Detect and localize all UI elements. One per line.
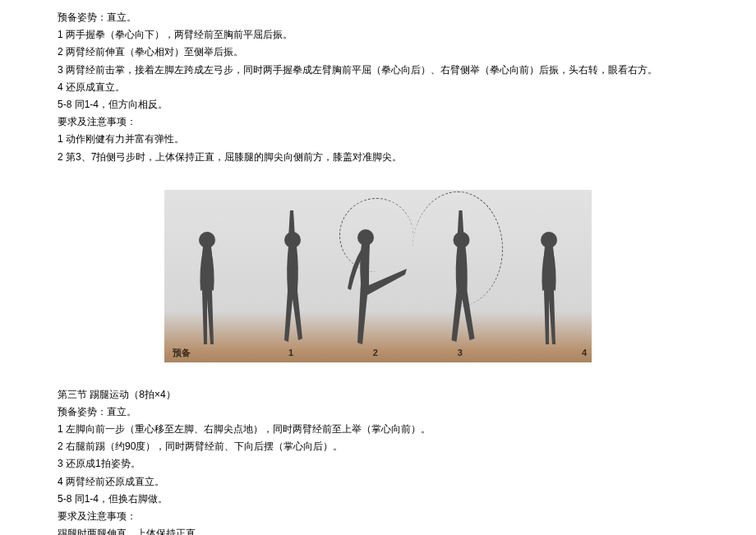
pose-2 (335, 190, 421, 348)
pose-4 (506, 190, 592, 348)
fig-label-3: 3 (417, 346, 502, 361)
fig-label-prep: 预备 (164, 346, 249, 361)
fig-label-4: 4 (502, 346, 592, 361)
sec3-title: 第三节 踢腿运动（8拍×4） (58, 387, 715, 403)
sec3-step58: 5-8 同1-4，但换右脚做。 (58, 491, 715, 507)
sec2-step1: 1 两手握拳（拳心向下），两臂经前至胸前平屈后振。 (58, 27, 715, 43)
sec3-req-title: 要求及注意事项： (58, 509, 715, 524)
sec3-step4: 4 两臂经前还原成直立。 (58, 474, 715, 490)
sec3-step3: 3 还原成1拍姿势。 (58, 456, 715, 472)
sec2-req2: 2 第3、7拍侧弓步时，上体保持正直，屈膝腿的脚尖向侧前方，膝盖对准脚尖。 (58, 150, 715, 165)
pose-3 (421, 190, 506, 348)
sec2-step58: 5-8 同1-4，但方向相反。 (58, 97, 715, 113)
fig-label-2: 2 (333, 346, 417, 361)
svg-point-2 (357, 229, 374, 246)
sec2-req1: 1 动作刚健有力并富有弹性。 (58, 131, 715, 147)
sec2-req-title: 要求及注意事项： (58, 114, 715, 130)
svg-point-4 (541, 232, 557, 248)
sec3-prep: 预备姿势：直立。 (58, 404, 715, 420)
sec3-step2: 2 右腿前踢（约90度），同时两臂经前、下向后摆（掌心向后）。 (58, 439, 715, 454)
sec2-step3: 3 两臂经前击掌，接着左脚左跨成左弓步，同时两手握拳成左臂胸前平屈（拳心向后）、… (41, 62, 715, 78)
sec2-prep: 预备姿势：直立。 (58, 10, 715, 25)
sec2-step4: 4 还原成直立。 (58, 80, 715, 95)
figure-labels: 预备 1 2 3 4 (164, 346, 592, 361)
sec2-step2: 2 两臂经前伸直（拳心相对）至侧举后振。 (58, 44, 715, 60)
pose-1 (250, 190, 335, 348)
svg-point-0 (199, 232, 215, 248)
fig-label-1: 1 (249, 346, 334, 361)
pose-prep (164, 190, 250, 348)
sec3-req1: 踢腿时两腿伸直，上体保持正直。 (58, 526, 715, 535)
exercise-figure: 预备 1 2 3 4 (164, 190, 592, 362)
sec3-step1: 1 左脚向前一步（重心移至左脚、右脚尖点地），同时两臂经前至上举（掌心向前）。 (58, 422, 715, 437)
pose-row (164, 190, 592, 348)
